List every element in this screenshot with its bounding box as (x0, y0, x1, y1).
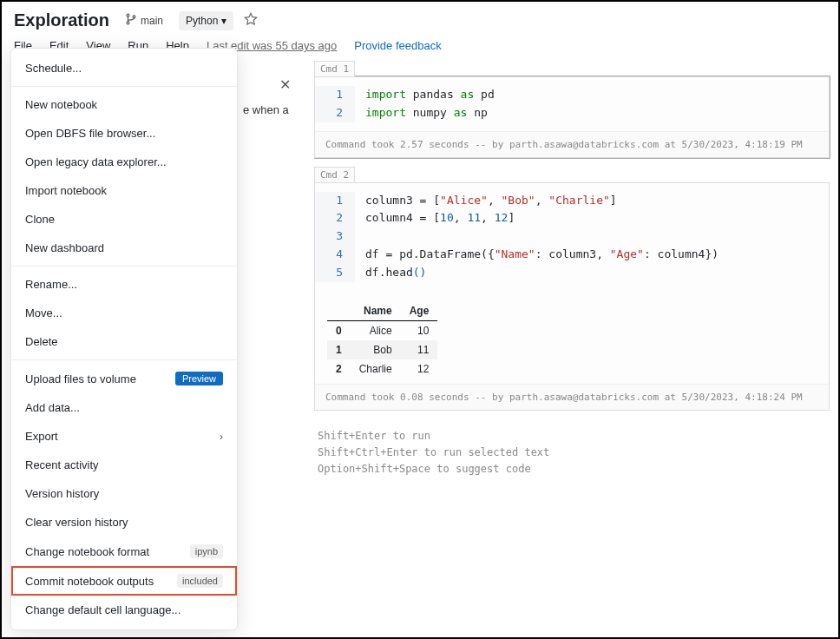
col-name: Name (351, 301, 401, 321)
topbar: Exploration main Python ▾ (2, 2, 838, 34)
partial-visible-text: e when a (243, 102, 289, 118)
svg-point-2 (133, 16, 135, 18)
hint-line: Shift+Enter to run (318, 428, 826, 445)
col-age: Age (401, 301, 438, 321)
file-dropdown-menu: Schedule... New notebook Open DBFS file … (10, 48, 238, 630)
menu-new-notebook[interactable]: New notebook (11, 90, 237, 119)
branch-chip[interactable]: main (120, 10, 168, 30)
separator (11, 86, 237, 87)
content-area: ✕ e when a Schedule... New notebook Open… (2, 61, 838, 627)
feedback-link[interactable]: Provide feedback (354, 39, 441, 52)
menu-export[interactable]: Export› (11, 422, 237, 451)
cmd2-label: Cmd 2 (314, 167, 355, 182)
menu-open-legacy[interactable]: Open legacy data explorer... (11, 148, 237, 176)
chevron-right-icon: › (220, 430, 223, 443)
included-badge: included (177, 574, 223, 588)
code-body-2[interactable]: 1column3 = ["Alice", "Bob", "Charlie"] 2… (315, 183, 829, 291)
cmd2-footer: Command took 0.08 seconds -- by parth.as… (315, 384, 829, 410)
df-table: NameAge 0Alice10 1Bob11 2Charlie12 (327, 301, 437, 379)
close-icon[interactable]: ✕ (279, 76, 291, 93)
cell-2[interactable]: 1column3 = ["Alice", "Bob", "Charlie"] 2… (314, 182, 830, 411)
preview-badge: Preview (175, 372, 223, 385)
menu-change-lang[interactable]: Change default cell language... (11, 596, 237, 624)
cells-area: Cmd 1 1import pandas as pd 2import numpy… (314, 61, 838, 627)
code-body-1[interactable]: 1import pandas as pd 2import numpy as np (315, 77, 829, 131)
menu-move[interactable]: Move... (11, 299, 237, 327)
cmd1-footer: Command took 2.57 seconds -- by parth.as… (315, 131, 829, 157)
table-row: 0Alice10 (327, 320, 437, 340)
menu-schedule[interactable]: Schedule... (11, 54, 237, 82)
hint-line: Shift+Ctrl+Enter to run selected text (318, 445, 826, 461)
cmd1-label: Cmd 1 (314, 61, 355, 76)
menu-clear-version[interactable]: Clear version history (11, 508, 237, 537)
menu-open-dbfs[interactable]: Open DBFS file browser... (11, 119, 237, 148)
separator (11, 359, 237, 360)
git-branch-icon (125, 13, 137, 28)
language-label: Python (186, 15, 218, 27)
svg-point-1 (127, 22, 129, 24)
menu-import-notebook[interactable]: Import notebook (11, 176, 237, 205)
menu-delete[interactable]: Delete (11, 327, 237, 356)
star-icon[interactable] (244, 12, 258, 29)
separator (11, 266, 237, 267)
language-chip[interactable]: Python ▾ (179, 11, 233, 30)
menu-change-format[interactable]: Change notebook formatipynb (11, 537, 237, 566)
menu-commit-outputs[interactable]: Commit notebook outputsincluded (11, 566, 237, 596)
svg-marker-3 (246, 13, 257, 24)
menu-rename[interactable]: Rename... (11, 270, 237, 299)
menu-recent-activity[interactable]: Recent activity (11, 451, 237, 479)
dataframe-output: NameAge 0Alice10 1Bob11 2Charlie12 (315, 291, 829, 384)
cell-1[interactable]: 1import pandas as pd 2import numpy as np… (314, 76, 830, 158)
notebook-title[interactable]: Exploration (14, 10, 109, 30)
chevron-down-icon: ▾ (221, 15, 226, 27)
menu-version-history[interactable]: Version history (11, 479, 237, 508)
format-badge: ipynb (190, 544, 223, 558)
menu-new-dashboard[interactable]: New dashboard (11, 234, 237, 262)
branch-name: main (141, 15, 163, 27)
hint-line: Option+Shift+Space to suggest code (318, 461, 826, 478)
table-row: 2Charlie12 (327, 359, 437, 379)
keyboard-hints: Shift+Enter to run Shift+Ctrl+Enter to r… (314, 419, 830, 487)
menu-upload-files[interactable]: Upload files to volumePreview (11, 364, 237, 393)
menu-clone[interactable]: Clone (11, 205, 237, 234)
svg-point-0 (127, 14, 129, 16)
menu-add-data[interactable]: Add data... (11, 393, 237, 422)
table-row: 1Bob11 (327, 340, 437, 359)
